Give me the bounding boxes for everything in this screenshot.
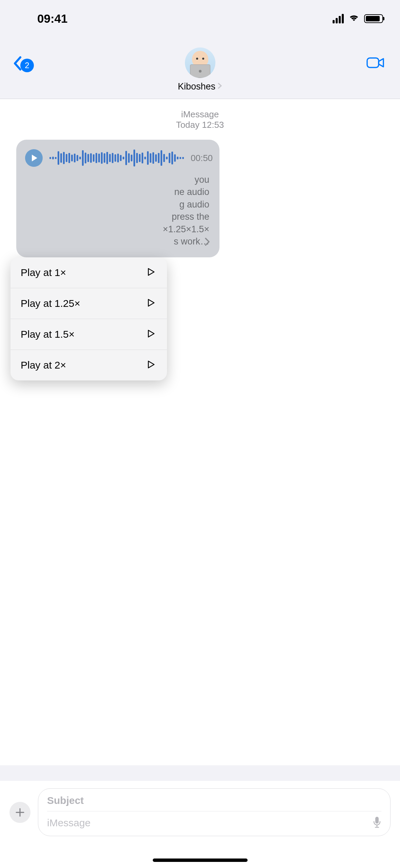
dictation-button[interactable] — [373, 816, 381, 830]
status-indicators — [333, 14, 383, 24]
time-label: 12:53 — [202, 120, 224, 130]
status-time: 09:41 — [37, 12, 68, 25]
audio-duration-label: 00:50 — [191, 153, 213, 163]
service-label: iMessage — [0, 109, 400, 120]
unread-badge: 2 — [20, 59, 34, 72]
messages-area[interactable]: iMessage Today 12:53 — [0, 99, 400, 765]
conversation-timestamp: iMessage Today 12:53 — [0, 109, 400, 130]
back-button[interactable]: 2 — [13, 56, 34, 75]
battery-icon — [364, 14, 383, 23]
wifi-icon — [348, 14, 360, 24]
svg-rect-0 — [367, 58, 379, 67]
play-outline-icon — [147, 268, 155, 277]
chevron-right-icon — [217, 82, 222, 91]
playback-speed-menu: Play at 1× Play at 1.25× Play at 1.5× — [10, 257, 167, 380]
contact-name-label: Kiboshes — [178, 81, 215, 92]
menu-item-label: Play at 1.5× — [21, 329, 75, 340]
home-indicator[interactable] — [153, 859, 248, 862]
message-input[interactable] — [47, 817, 373, 829]
chevron-right-icon[interactable] — [205, 237, 210, 249]
audio-transcript-preview: you ne audio g audio press the ×1.25×1.5… — [16, 174, 219, 257]
cellular-signal-icon — [333, 14, 344, 23]
menu-item-play-2x[interactable]: Play at 2× — [10, 350, 167, 380]
menu-item-play-1x[interactable]: Play at 1× — [10, 257, 167, 288]
play-outline-icon — [147, 330, 155, 339]
audio-waveform[interactable] — [49, 149, 184, 167]
contact-header-button[interactable]: Kiboshes — [14, 47, 386, 92]
message-input-container — [38, 788, 391, 836]
menu-item-play-1-25x[interactable]: Play at 1.25× — [10, 288, 167, 319]
audio-message-bubble[interactable]: 00:50 you ne audio g audio press the ×1.… — [16, 140, 219, 257]
svg-rect-3 — [375, 817, 379, 824]
menu-item-play-1-5x[interactable]: Play at 1.5× — [10, 319, 167, 350]
play-outline-icon — [147, 299, 155, 308]
menu-item-label: Play at 2× — [21, 359, 66, 371]
play-button[interactable] — [25, 149, 43, 167]
message-composer — [0, 781, 400, 868]
facetime-button[interactable] — [366, 56, 385, 71]
plus-button[interactable] — [9, 802, 30, 823]
subject-input[interactable] — [47, 795, 381, 811]
audio-player-row: 00:50 — [16, 140, 219, 174]
conversation-header: 2 Kiboshes — [0, 37, 400, 99]
play-outline-icon — [147, 360, 155, 370]
menu-item-label: Play at 1× — [21, 267, 66, 278]
date-label: Today — [176, 120, 199, 130]
menu-item-label: Play at 1.25× — [21, 298, 80, 309]
contact-avatar — [185, 47, 215, 78]
status-bar: 09:41 — [0, 0, 400, 37]
